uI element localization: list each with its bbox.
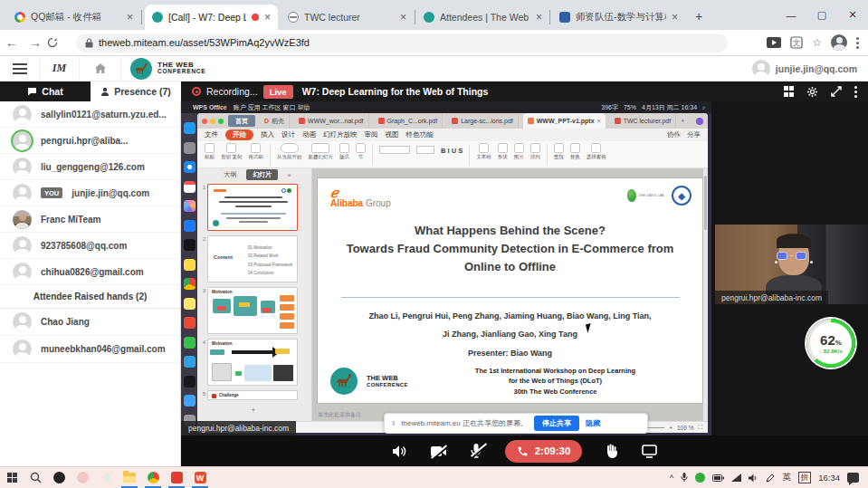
home-icon[interactable] [80, 56, 121, 81]
new-slide-button[interactable]: 新建幻灯片 [309, 143, 334, 160]
chrome-icon[interactable] [184, 278, 196, 290]
slides-tab[interactable]: 幻灯片 [246, 169, 278, 180]
window-maximize-button[interactable]: ▢ [806, 0, 837, 30]
start-button[interactable] [0, 467, 24, 488]
zoom-in-icon[interactable]: + [669, 425, 672, 431]
launchpad-icon[interactable] [184, 142, 196, 154]
forward-icon[interactable]: → [24, 35, 47, 50]
notes-hint[interactable]: 单击此处添加备注 [318, 411, 361, 419]
tab-close-icon[interactable]: × [672, 12, 678, 23]
twc-brand[interactable]: THE WEB CONFERENCE [121, 56, 215, 81]
wps-account-dot[interactable] [696, 118, 703, 125]
window-close-button[interactable]: ✕ [837, 0, 868, 30]
participant-row[interactable]: Franc MiTeam [0, 206, 180, 233]
hangup-button[interactable]: 2:09:30 [505, 440, 583, 463]
replace-button[interactable]: 替换 [570, 143, 580, 160]
file-explorer-icon[interactable] [118, 467, 141, 488]
appstore-icon[interactable] [184, 220, 196, 232]
wechat-icon[interactable] [184, 337, 196, 349]
mac-traffic-lights[interactable] [202, 119, 224, 124]
netease-music-icon[interactable] [165, 467, 188, 488]
selection-pane-button[interactable]: 选择窗格 [587, 143, 606, 160]
wps-icon[interactable] [184, 317, 196, 329]
canvas-scrollbar[interactable] [703, 168, 708, 421]
browser-tab-attendees[interactable]: Attendees | The Web Confere × [416, 5, 549, 30]
share-screen-icon[interactable] [642, 445, 657, 458]
tab-close-icon[interactable]: × [400, 12, 406, 23]
settings-gear-icon[interactable] [806, 86, 818, 98]
tab-presence[interactable]: Presence (7) [91, 81, 181, 101]
pinned-app-icon[interactable] [94, 467, 118, 488]
hide-notice-link[interactable]: 隐藏 [586, 418, 600, 428]
layout-button[interactable]: 版式 [339, 143, 349, 160]
raised-hand-row[interactable]: Chao Jiang [0, 309, 180, 336]
notes-icon[interactable] [184, 259, 196, 271]
browser-tab-twc-lecturer[interactable]: TWC lecturer × [281, 5, 414, 30]
font-name-box[interactable] [379, 146, 410, 154]
tray-green-app-icon[interactable] [695, 473, 705, 483]
notification-center-icon[interactable] [847, 473, 859, 483]
folder-icon[interactable] [184, 395, 196, 407]
participant-row[interactable]: sallylin0121@saturn.yzu.ed... [0, 101, 180, 128]
profile-avatar[interactable] [831, 34, 847, 51]
participant-row-you[interactable]: YOU junjie.jin@qq.com [0, 180, 180, 206]
wps-docer-tab[interactable]: D稻壳 [260, 113, 290, 129]
wps-new-tab-button[interactable]: + [681, 118, 684, 124]
picture-button[interactable]: 图片 [514, 143, 524, 160]
presenter-webcam[interactable]: pengrui.hpr@alibaba-inc.com [715, 225, 868, 304]
wps-doc-tab[interactable]: WWW_wor...nal.pdf [294, 113, 368, 129]
wps-active-doc-tab[interactable]: WWW_PPT-v1.pptx× [523, 113, 606, 129]
safari-icon[interactable] [184, 161, 196, 173]
taskbar-search-icon[interactable] [24, 467, 47, 488]
clock-icon[interactable] [184, 239, 196, 251]
chrome-taskbar-icon[interactable] [141, 467, 165, 488]
mic-off-icon[interactable] [471, 444, 482, 458]
hamburger-menu-icon[interactable] [0, 56, 40, 81]
cortana-icon[interactable] [47, 467, 71, 488]
ribbon-tab-review[interactable]: 审阅 [365, 130, 378, 139]
window-minimize-button[interactable]: — [776, 0, 806, 30]
outline-tab[interactable]: 大纲 [217, 169, 243, 180]
tab-close-icon[interactable]: × [127, 12, 133, 23]
zoom-level[interactable]: 109 % [677, 425, 693, 431]
find-button[interactable]: 查找 [554, 143, 564, 160]
fullscreen-expand-icon[interactable] [831, 86, 842, 97]
weather-app-icon[interactable] [71, 467, 94, 488]
paste-button[interactable]: 粘贴 [205, 143, 215, 160]
play-from-current-button[interactable]: 从当前开始 [277, 143, 302, 160]
stickies-icon[interactable] [184, 298, 196, 310]
cut-copy-button[interactable]: 剪切 复制 [221, 143, 243, 160]
ribbon-tab-view[interactable]: 视图 [386, 130, 399, 139]
section-button[interactable]: 节 [356, 143, 366, 160]
slide-thumbnail-3[interactable]: Motivation [207, 287, 298, 334]
qq-icon[interactable] [184, 376, 196, 388]
calendar-icon[interactable] [184, 181, 196, 193]
arrange-button[interactable]: 排列 [530, 143, 540, 160]
ribbon-tab-home[interactable]: 开始 [225, 129, 253, 140]
telegram-icon[interactable] [184, 356, 196, 368]
ribbon-tab-features[interactable]: 特色功能 [406, 130, 434, 139]
tray-pen-icon[interactable] [766, 474, 775, 483]
pause-share-icon[interactable]: ‖ [392, 419, 395, 427]
ime-pinyin-indicator[interactable]: 拼 [798, 472, 812, 483]
tray-battery-icon[interactable] [712, 474, 724, 482]
media-control-icon[interactable] [767, 37, 781, 48]
participant-row-speaking[interactable]: pengrui.hpr@aliba... [0, 128, 180, 154]
browser-tab-faculty[interactable]: 师资队伍-数学与计算机学院 × [552, 5, 685, 30]
url-field[interactable]: theweb.miteam.eu/asset/53WPimAq2yvWzE3fd [76, 33, 728, 53]
browser-tab-call-active[interactable]: [Call] - W7: Deep Learning × [145, 5, 278, 30]
browser-tab-qqmail[interactable]: QQ邮箱 - 收件箱 × [7, 5, 140, 30]
finder-icon[interactable] [184, 122, 196, 134]
translate-icon[interactable]: 文 [790, 36, 803, 49]
raise-hand-icon[interactable] [606, 444, 618, 458]
slide-thumbnail-1-selected[interactable] [207, 184, 298, 231]
wps-doc-tab[interactable]: Graph_C...ork.pdf [374, 113, 444, 129]
slide-thumbnail-4[interactable]: Motivation [207, 339, 298, 386]
fit-slide-icon[interactable]: ⛶ [698, 424, 702, 431]
slide-thumbnail-2[interactable]: Content 01 Motivation 02 Related Work 03… [207, 235, 298, 282]
participant-row[interactable]: liu_genggeng@126.com [0, 154, 180, 180]
participant-row[interactable]: 923785608@qq.com [0, 233, 180, 259]
photos-icon[interactable] [184, 200, 196, 212]
wps-file-menu[interactable]: 文件 [205, 130, 218, 139]
header-user[interactable]: junjie.jin@qq.com [752, 60, 868, 78]
